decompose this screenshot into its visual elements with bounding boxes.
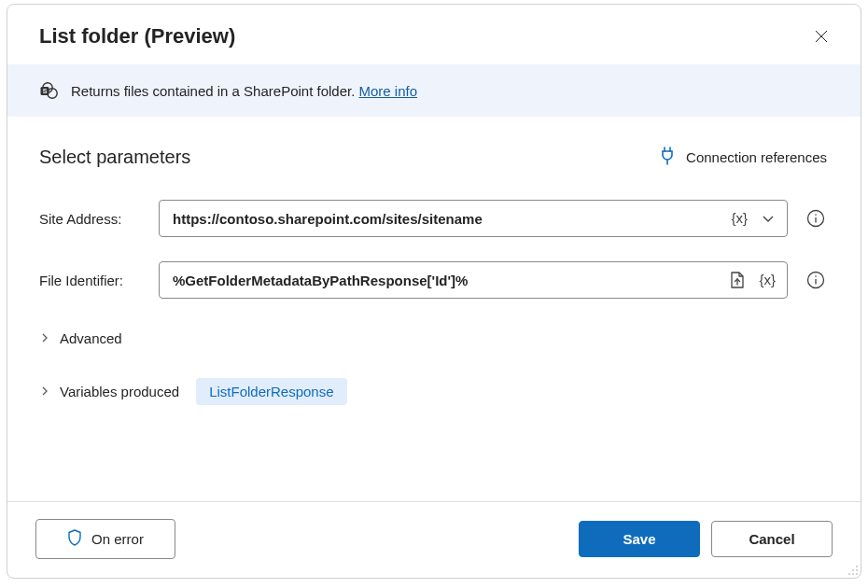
close-button[interactable] bbox=[808, 23, 834, 49]
info-banner: S Returns files contained in a SharePoin… bbox=[7, 64, 861, 117]
svg-point-21 bbox=[856, 573, 858, 575]
variable-brace-icon: {x} bbox=[731, 210, 748, 226]
dialog-header: List folder (Preview) bbox=[7, 5, 861, 64]
variables-produced-label: Variables produced bbox=[60, 384, 179, 399]
variables-produced-expander[interactable]: Variables produced bbox=[39, 384, 179, 399]
dialog-footer: On error Save Cancel bbox=[7, 501, 861, 578]
svg-point-17 bbox=[852, 569, 854, 571]
file-identifier-info-button[interactable] bbox=[803, 267, 829, 293]
svg-point-18 bbox=[856, 569, 858, 571]
file-select-icon bbox=[729, 278, 746, 292]
variables-produced-row: Variables produced ListFolderResponse bbox=[39, 378, 829, 405]
resize-grip[interactable] bbox=[846, 563, 859, 576]
svg-text:S: S bbox=[43, 88, 48, 94]
svg-point-19 bbox=[848, 573, 850, 575]
file-identifier-input[interactable] bbox=[171, 272, 720, 289]
field-row-file-identifier: File Identifier: {x} bbox=[39, 261, 829, 299]
svg-point-10 bbox=[815, 214, 817, 216]
site-address-info-button[interactable] bbox=[803, 205, 829, 231]
dialog-body: Select parameters Connection references … bbox=[7, 117, 861, 501]
on-error-label: On error bbox=[91, 531, 144, 547]
svg-point-16 bbox=[856, 566, 858, 567]
insert-variable-button-2[interactable]: {x} bbox=[755, 276, 779, 285]
shield-icon bbox=[67, 529, 82, 549]
footer-right-buttons: Save Cancel bbox=[579, 521, 833, 557]
list-folder-dialog: List folder (Preview) S Returns files co… bbox=[7, 4, 861, 579]
site-address-dropdown-button[interactable] bbox=[757, 207, 779, 230]
save-button[interactable]: Save bbox=[579, 521, 700, 557]
connection-references-button[interactable]: Connection references bbox=[658, 143, 829, 172]
advanced-expander[interactable]: Advanced bbox=[39, 323, 122, 354]
cancel-button[interactable]: Cancel bbox=[711, 521, 833, 557]
insert-variable-button[interactable]: {x} bbox=[727, 215, 751, 223]
dialog-title: List folder (Preview) bbox=[39, 24, 235, 49]
file-picker-button[interactable] bbox=[725, 267, 749, 293]
variable-pill-listfolderresponse[interactable]: ListFolderResponse bbox=[196, 378, 346, 405]
svg-point-14 bbox=[815, 275, 817, 277]
field-row-site-address: Site Address: {x} bbox=[39, 200, 829, 237]
site-address-input[interactable] bbox=[171, 210, 721, 228]
svg-point-20 bbox=[852, 573, 854, 575]
info-icon bbox=[806, 217, 825, 231]
variable-brace-icon: {x} bbox=[759, 272, 776, 287]
chevron-down-icon bbox=[761, 215, 776, 229]
more-info-link[interactable]: More info bbox=[359, 83, 418, 99]
site-address-input-shell[interactable]: {x} bbox=[159, 200, 788, 237]
label-site-address: Site Address: bbox=[39, 211, 144, 227]
close-icon bbox=[814, 33, 829, 47]
parameters-header: Select parameters Connection references bbox=[39, 143, 829, 172]
file-identifier-input-shell[interactable]: {x} bbox=[159, 261, 788, 299]
section-title: Select parameters bbox=[39, 147, 190, 168]
info-icon bbox=[806, 278, 825, 292]
chevron-right-icon bbox=[39, 330, 50, 346]
plug-icon bbox=[660, 147, 675, 168]
sharepoint-icon: S bbox=[39, 81, 58, 100]
advanced-label: Advanced bbox=[60, 330, 122, 346]
chevron-right-icon bbox=[39, 384, 50, 399]
on-error-button[interactable]: On error bbox=[35, 519, 175, 559]
label-file-identifier: File Identifier: bbox=[39, 273, 144, 288]
info-text: Returns files contained in a SharePoint … bbox=[71, 83, 417, 99]
connection-references-label: Connection references bbox=[686, 149, 827, 165]
